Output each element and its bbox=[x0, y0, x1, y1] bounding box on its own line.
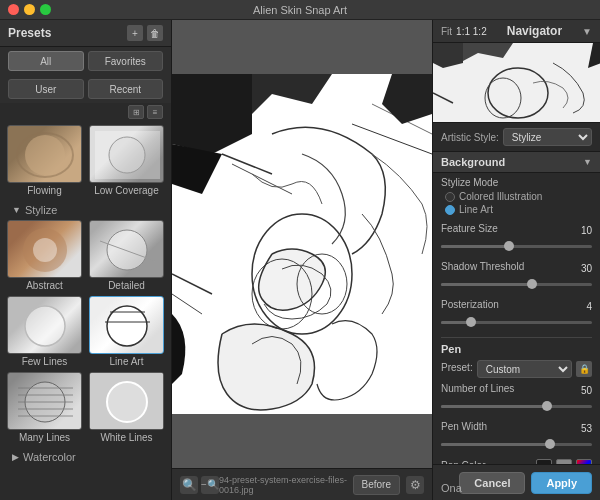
shadow-threshold-thumb[interactable] bbox=[527, 279, 537, 289]
background-header[interactable]: Background ▼ bbox=[433, 152, 600, 172]
settings-scroll: Stylize Mode Colored Illustration Line A… bbox=[433, 173, 600, 464]
stylize-mode-radio-group: Colored Illustration Line Art bbox=[441, 191, 592, 215]
stylize-section-label: Stylize bbox=[25, 204, 57, 216]
shadow-threshold-fill bbox=[441, 283, 532, 286]
shadow-threshold-slider[interactable] bbox=[441, 277, 592, 291]
minimize-button[interactable] bbox=[24, 4, 35, 15]
stylize-mode-label: Stylize Mode bbox=[441, 177, 592, 188]
settings-icon[interactable]: ⚙ bbox=[406, 476, 424, 494]
pen-width-value: 53 bbox=[568, 423, 592, 434]
background-title: Background bbox=[441, 156, 505, 168]
filter-all-button[interactable]: All bbox=[8, 51, 84, 71]
left-panel: Presets + 🗑 All Favorites User Recent ⊞ … bbox=[0, 20, 172, 500]
watercolor-chevron: ▶ bbox=[12, 452, 19, 462]
num-lines-thumb[interactable] bbox=[542, 401, 552, 411]
radio-circle-colored bbox=[445, 192, 455, 202]
preset-low-coverage[interactable]: Low Coverage bbox=[88, 125, 165, 196]
artistic-style-select[interactable]: Stylize bbox=[503, 128, 592, 146]
canvas-area bbox=[172, 20, 432, 468]
zoom-out-button[interactable]: −🔍 bbox=[201, 476, 219, 494]
preset-abstract[interactable]: Abstract bbox=[6, 220, 83, 291]
preset-flowing[interactable]: Flowing bbox=[6, 125, 83, 196]
feature-size-slider[interactable] bbox=[441, 239, 592, 253]
add-preset-button[interactable]: + bbox=[127, 25, 143, 41]
pen-width-label: Pen Width bbox=[441, 421, 487, 432]
navigator-thumb bbox=[433, 43, 600, 123]
feature-size-value: 10 bbox=[568, 225, 592, 236]
feature-size-group: Feature Size 10 bbox=[441, 223, 592, 253]
delete-preset-button[interactable]: 🗑 bbox=[147, 25, 163, 41]
watercolor-section-header[interactable]: ▶ Watercolor bbox=[6, 447, 165, 467]
preset-many-lines[interactable]: Many Lines bbox=[6, 372, 83, 443]
canvas-bottom-bar: 🔍 −🔍 94-preset-system-exercise-files-001… bbox=[172, 468, 432, 500]
preset-thumb-line-art bbox=[89, 296, 164, 354]
action-bar: Ona Cancel Apply bbox=[433, 464, 600, 500]
navigator-arrow[interactable]: ▼ bbox=[582, 26, 592, 37]
shadow-threshold-group: Shadow Threshold 30 bbox=[441, 261, 592, 291]
feature-size-label: Feature Size bbox=[441, 223, 498, 234]
preset-white-lines[interactable]: White Lines bbox=[88, 372, 165, 443]
zoom-controls: 🔍 −🔍 bbox=[180, 476, 219, 494]
pen-width-slider[interactable] bbox=[441, 437, 592, 451]
feature-size-row: Feature Size 10 bbox=[441, 223, 592, 237]
fit-value: 1:1 1:2 bbox=[456, 26, 487, 37]
maximize-button[interactable] bbox=[40, 4, 51, 15]
preset-label-white-lines: White Lines bbox=[100, 432, 152, 443]
filter-recent-button[interactable]: Recent bbox=[88, 79, 164, 99]
stylize-chevron: ▼ bbox=[12, 205, 21, 215]
top-preset-grid: Flowing Low Coverage bbox=[6, 125, 165, 196]
feature-size-thumb[interactable] bbox=[504, 241, 514, 251]
num-lines-group: Number of Lines 50 bbox=[441, 383, 592, 413]
num-lines-fill bbox=[441, 405, 547, 408]
pen-preset-select[interactable]: Custom bbox=[477, 360, 572, 378]
preset-label-detailed: Detailed bbox=[108, 280, 145, 291]
shadow-threshold-track bbox=[441, 283, 592, 286]
pen-width-track bbox=[441, 443, 592, 446]
radio-line-art[interactable]: Line Art bbox=[445, 204, 592, 215]
radio-circle-lineart bbox=[445, 205, 455, 215]
num-lines-slider[interactable] bbox=[441, 399, 592, 413]
pen-width-row: Pen Width 53 bbox=[441, 421, 592, 435]
pen-label: Pen bbox=[441, 343, 592, 355]
lock-icon[interactable]: 🔒 bbox=[576, 361, 592, 377]
before-button[interactable]: Before bbox=[353, 475, 400, 495]
posterization-group: Posterization 4 bbox=[441, 299, 592, 329]
svg-point-3 bbox=[109, 137, 145, 173]
stylize-section-header[interactable]: ▼ Stylize bbox=[6, 200, 165, 220]
preset-detailed[interactable]: Detailed bbox=[88, 220, 165, 291]
filter-user-button[interactable]: User bbox=[8, 79, 84, 99]
posterization-row: Posterization 4 bbox=[441, 299, 592, 313]
preset-line-art[interactable]: Line Art bbox=[88, 296, 165, 367]
center-panel: 🔍 −🔍 94-preset-system-exercise-files-001… bbox=[172, 20, 432, 500]
preset-thumb-flowing bbox=[7, 125, 82, 183]
grid-view-button[interactable]: ⊞ bbox=[128, 105, 144, 119]
list-view-button[interactable]: ≡ bbox=[147, 105, 163, 119]
posterization-thumb[interactable] bbox=[466, 317, 476, 327]
navigator-title: Navigator bbox=[507, 24, 562, 38]
pen-width-thumb[interactable] bbox=[545, 439, 555, 449]
close-button[interactable] bbox=[8, 4, 19, 15]
feature-size-track bbox=[441, 245, 592, 248]
posterization-slider[interactable] bbox=[441, 315, 592, 329]
pen-preset-row: Preset: Custom 🔒 bbox=[441, 360, 592, 378]
preset-thumb-detailed bbox=[89, 220, 164, 278]
filter-favorites-button[interactable]: Favorites bbox=[88, 51, 164, 71]
titlebar: Alien Skin Snap Art bbox=[0, 0, 600, 20]
svg-point-8 bbox=[25, 306, 65, 346]
pen-width-fill bbox=[441, 443, 550, 446]
preset-label-low: Low Coverage bbox=[94, 185, 158, 196]
navigator-header: Fit 1:1 1:2 Navigator ▼ bbox=[433, 20, 600, 43]
radio-colored-illustration[interactable]: Colored Illustration bbox=[445, 191, 592, 202]
preset-few-lines[interactable]: Few Lines bbox=[6, 296, 83, 367]
artistic-style-label: Artistic Style: bbox=[441, 132, 499, 143]
canvas-image bbox=[172, 74, 432, 414]
num-lines-row: Number of Lines 50 bbox=[441, 383, 592, 397]
posterization-track bbox=[441, 321, 592, 324]
preset-thumb-abstract bbox=[7, 220, 82, 278]
zoom-in-button[interactable]: 🔍 bbox=[180, 476, 198, 494]
window-controls bbox=[8, 4, 51, 15]
radio-label-colored: Colored Illustration bbox=[459, 191, 542, 202]
shadow-threshold-value: 30 bbox=[568, 263, 592, 274]
preset-label-few-lines: Few Lines bbox=[22, 356, 68, 367]
shadow-threshold-label: Shadow Threshold bbox=[441, 261, 524, 272]
